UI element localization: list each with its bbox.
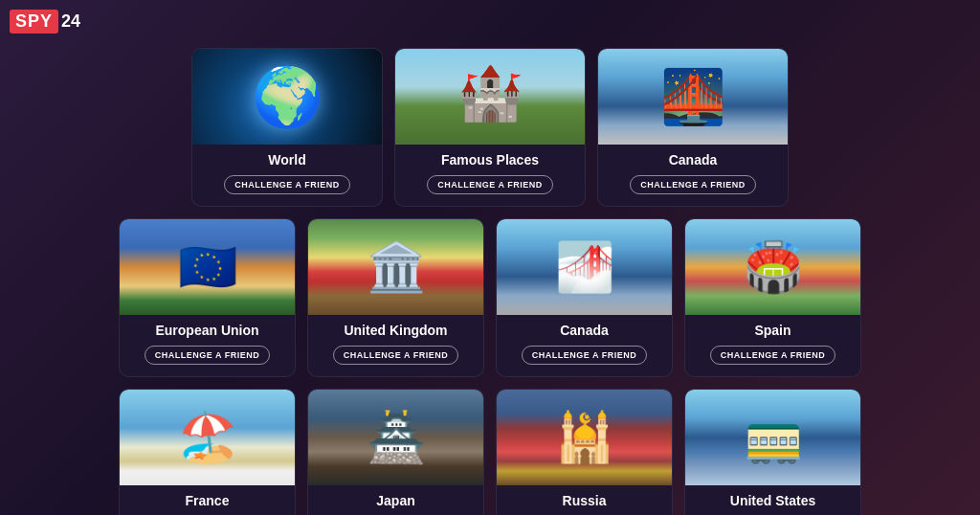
card-image-spain	[685, 219, 860, 315]
card-image-united-kingdom	[308, 219, 483, 315]
challenge-btn-canada2[interactable]: CHALLENGE A FRIEND	[522, 346, 647, 365]
card-russia[interactable]: RussiaCHALLENGE A FRIEND	[496, 389, 673, 515]
card-title-european-union: European Union	[155, 323, 258, 338]
card-grid: WorldCHALLENGE A FRIENDFamous PlacesCHAL…	[0, 38, 980, 515]
card-row-2: FranceCHALLENGE A FRIENDJapanCHALLENGE A…	[119, 389, 861, 515]
card-united-states[interactable]: United StatesCHALLENGE A FRIEND	[684, 389, 861, 515]
card-row-0: WorldCHALLENGE A FRIENDFamous PlacesCHAL…	[191, 48, 789, 207]
card-title-united-states: United States	[730, 493, 815, 508]
card-european-union[interactable]: European UnionCHALLENGE A FRIEND	[119, 218, 296, 377]
challenge-btn-spain[interactable]: CHALLENGE A FRIEND	[710, 346, 835, 365]
card-image-france	[120, 390, 295, 485]
card-world[interactable]: WorldCHALLENGE A FRIEND	[191, 48, 383, 207]
card-spain[interactable]: SpainCHALLENGE A FRIEND	[684, 218, 861, 377]
card-image-canada	[598, 49, 788, 145]
card-title-world: World	[268, 152, 305, 168]
logo-24: 24	[61, 11, 80, 32]
logo: SPY 24	[10, 10, 80, 34]
challenge-btn-european-union[interactable]: CHALLENGE A FRIEND	[145, 346, 270, 365]
card-image-world	[192, 49, 382, 145]
challenge-btn-united-kingdom[interactable]: CHALLENGE A FRIEND	[333, 346, 458, 365]
card-title-japan: Japan	[376, 493, 414, 508]
challenge-btn-famous-places[interactable]: CHALLENGE A FRIEND	[427, 175, 552, 194]
card-image-japan	[308, 390, 483, 485]
card-title-spain: Spain	[754, 323, 791, 338]
card-title-united-kingdom: United Kingdom	[344, 323, 447, 338]
card-row-1: European UnionCHALLENGE A FRIENDUnited K…	[119, 218, 861, 377]
challenge-btn-world[interactable]: CHALLENGE A FRIEND	[224, 175, 349, 194]
card-title-france: France	[186, 493, 230, 508]
card-title-russia: Russia	[563, 493, 607, 508]
card-image-famous-places	[395, 49, 585, 145]
challenge-btn-canada[interactable]: CHALLENGE A FRIEND	[630, 175, 755, 194]
card-canada2[interactable]: CanadaCHALLENGE A FRIEND	[496, 218, 673, 377]
logo-spy: SPY	[10, 10, 58, 34]
card-united-kingdom[interactable]: United KingdomCHALLENGE A FRIEND	[307, 218, 484, 377]
card-image-united-states	[685, 390, 860, 485]
card-image-russia	[497, 390, 672, 485]
card-title-canada: Canada	[669, 152, 718, 168]
card-title-famous-places: Famous Places	[441, 152, 539, 168]
card-famous-places[interactable]: Famous PlacesCHALLENGE A FRIEND	[394, 48, 586, 207]
card-japan[interactable]: JapanCHALLENGE A FRIEND	[307, 389, 484, 515]
card-france[interactable]: FranceCHALLENGE A FRIEND	[119, 389, 296, 515]
card-canada[interactable]: CanadaCHALLENGE A FRIEND	[597, 48, 789, 207]
card-image-european-union	[120, 219, 295, 315]
card-title-canada2: Canada	[560, 323, 609, 338]
card-image-canada2	[497, 219, 672, 315]
